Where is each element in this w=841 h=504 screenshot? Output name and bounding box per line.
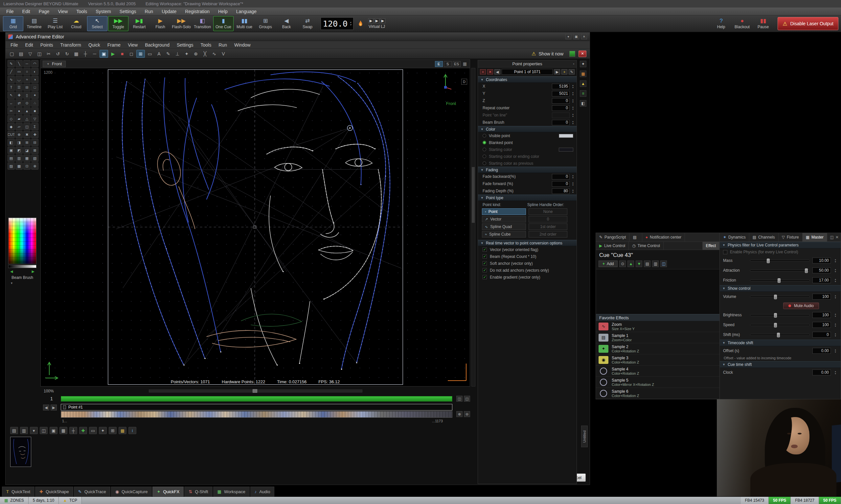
color-option-row[interactable]: Blanked point (478, 139, 577, 146)
toolbar-button[interactable]: ▶▮ Restart (129, 16, 150, 31)
slider-value-input[interactable]: 17.00 (812, 277, 831, 283)
coordinates-section-header[interactable]: ▼ Coordinates (478, 76, 577, 83)
show-control-section-header[interactable]: ▼ Show control (720, 285, 841, 292)
track-split-button[interactable]: ◫ (464, 396, 470, 402)
spinner[interactable]: ▴▾ (571, 84, 575, 89)
bpm-display[interactable]: 120.0 ▴▾ (321, 17, 354, 30)
toolbar-button[interactable]: ▶▶ Flash-Solo (171, 16, 191, 31)
canvas-vertical-scrollbar-thumb[interactable] (472, 167, 475, 223)
add-point-button[interactable]: + (480, 69, 486, 74)
spinner[interactable]: ▴▾ (834, 278, 837, 283)
drawing-tool-button[interactable]: ◫ (23, 123, 31, 130)
quick-tab[interactable]: ♪ Audio (250, 487, 275, 497)
toolbar-button[interactable]: ▮ One Cue (213, 16, 234, 31)
drawing-tool-button[interactable]: ▦ (23, 155, 31, 162)
drawing-tool-button[interactable]: ✚ (31, 131, 38, 138)
drawing-tool-button[interactable]: ◠ (31, 60, 38, 67)
spinner[interactable]: ▴▾ (571, 189, 575, 193)
panel-toggle-icon[interactable]: ▲ (580, 80, 586, 87)
afe-menu-item[interactable]: File (7, 42, 22, 48)
drawing-tool-button[interactable]: ✚ (15, 92, 23, 99)
point-index-field[interactable]: Point 1 of 1071 (502, 69, 553, 75)
checkbox[interactable]: ✓ (723, 250, 727, 254)
slider-track[interactable] (750, 280, 810, 281)
drawing-tool-button[interactable]: ⊞ (23, 139, 31, 146)
point-kind-button[interactable]: ≈ Spline Cube (482, 231, 526, 237)
afe-menu-item[interactable]: Tools (197, 42, 215, 48)
afe-toolbar-icon[interactable]: ▣ (100, 50, 108, 58)
drawing-tool-button[interactable]: ✦ (31, 92, 38, 99)
drawing-tool-button[interactable]: ⊙ (23, 100, 31, 107)
checkbox[interactable]: ✓ (483, 247, 487, 252)
afe-toolbar-icon[interactable]: ▽ (26, 50, 34, 58)
drawing-tool-button[interactable]: CUT (7, 131, 15, 138)
slider-value-input[interactable]: 100 (812, 322, 831, 328)
slider-thumb[interactable] (767, 258, 770, 263)
panel-tab[interactable]: ▤ (630, 233, 642, 241)
frame-list-tool-icon[interactable]: ▭ (89, 427, 97, 434)
slider-thumb[interactable] (777, 333, 780, 337)
spinner[interactable]: ▴▾ (834, 258, 837, 263)
zoom-out-icon[interactable]: ⊖ (464, 411, 470, 417)
menu-item[interactable]: File (2, 9, 18, 14)
slider-value-input[interactable]: 100 (812, 312, 831, 318)
color-swatch[interactable] (559, 148, 573, 151)
menu-item[interactable]: Page (34, 9, 54, 14)
spinner[interactable]: ▴▾ (834, 348, 837, 353)
spinner[interactable]: ▴▾ (834, 313, 837, 317)
bpm-spinner[interactable]: ▴▾ (350, 21, 351, 26)
afe-toolbar-icon[interactable]: A (155, 50, 163, 58)
conversion-option-row[interactable]: ✓ Enable gradient (vector only) (478, 274, 577, 281)
physics-section-header[interactable]: ▼ Physics filter for Live Control parame… (720, 242, 841, 248)
color-swatch[interactable] (559, 134, 573, 138)
cue-tool-icon[interactable]: ▼ (636, 260, 642, 267)
toolbar-button[interactable]: ● Blackout (732, 16, 752, 31)
afe-menu-item[interactable]: Background (141, 42, 173, 48)
property-value-input[interactable]: 5021 (552, 91, 570, 96)
slider-thumb[interactable] (774, 323, 777, 327)
frame-list-tool-icon[interactable]: ▥ (20, 427, 28, 434)
prev-point-button[interactable]: ◀ (494, 69, 500, 74)
afe-menu-item[interactable]: View (124, 42, 141, 48)
window-control-button[interactable]: ▾ (565, 34, 571, 39)
color-option-row[interactable]: Starting color (478, 146, 577, 153)
toolbar-button[interactable]: ▮▮ Multi cue (234, 16, 255, 31)
property-value-input[interactable]: 80 (552, 188, 570, 194)
frame-thumbnail[interactable] (10, 437, 31, 467)
spinner[interactable]: ▴▾ (571, 181, 575, 186)
menu-item[interactable]: Run (140, 9, 157, 14)
color-option-row[interactable]: Starting color or ending color (478, 153, 577, 160)
toolbar-button[interactable]: ▮▮ Pause (753, 16, 773, 31)
toolbar-button[interactable]: ▤ Timeline (24, 16, 44, 31)
afe-toolbar-icon[interactable]: ⊥ (173, 50, 182, 58)
panel-tab[interactable]: ▽ Fixture (778, 233, 803, 241)
drawing-tool-button[interactable]: ≈ (23, 76, 31, 83)
drawing-tool-button[interactable]: ⊠ (31, 147, 38, 154)
frame-list-tool-icon[interactable]: ▤ (10, 427, 18, 434)
disable-laser-output-button[interactable]: ⚠ Disable Laser Output (777, 17, 838, 30)
palette-arrows[interactable]: ◀▶ (10, 269, 34, 274)
afe-toolbar-icon[interactable]: ◫ (35, 50, 44, 58)
drawing-tool-button[interactable]: ◇ (7, 115, 15, 122)
afe-toolbar-icon[interactable]: ↺ (54, 50, 62, 58)
panel-tab[interactable]: ● Notification center (642, 233, 685, 241)
afe-toolbar-icon[interactable]: ▦ (72, 50, 81, 58)
favorite-effect-item[interactable]: Sample 4 Color+Rotation Z (596, 365, 719, 377)
edit-mode-button[interactable]: ES (453, 61, 461, 67)
drawing-tool-button[interactable]: ✎ (7, 60, 15, 67)
drawing-tool-button[interactable]: ◡ (15, 76, 23, 83)
status-cell[interactable]: ▦ ZONES (0, 497, 29, 504)
drawing-tool-button[interactable]: ⊟ (23, 84, 31, 91)
drawing-tool-button[interactable]: ■ (31, 107, 38, 114)
property-value-input[interactable] (552, 112, 570, 118)
drawing-tool-button[interactable]: ↖ (7, 92, 15, 99)
afe-toolbar-icon[interactable]: ▤ (17, 50, 25, 58)
add-effect-button[interactable]: + Add (599, 260, 618, 267)
conversion-option-row[interactable]: ✓ Soft anchor (vector only) (478, 260, 577, 267)
frame-list-tool-icon[interactable]: ▾ (30, 427, 38, 434)
afe-menu-item[interactable]: Settings (173, 42, 197, 48)
drawing-tool-button[interactable]: ▭ (15, 68, 23, 75)
menu-item[interactable]: Help (214, 9, 232, 14)
slider-thumb[interactable] (805, 268, 808, 273)
edit-mode-button[interactable]: S (444, 61, 452, 67)
